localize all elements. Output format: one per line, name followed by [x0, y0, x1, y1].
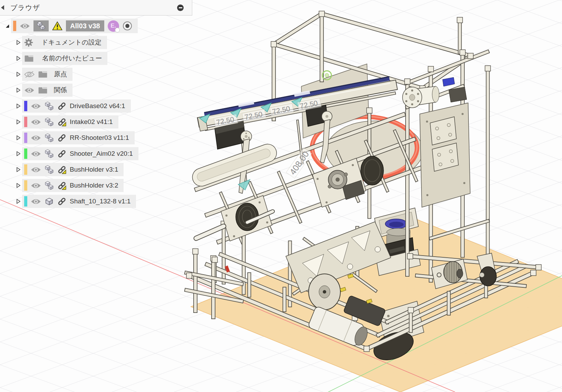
expander-icon[interactable]	[14, 68, 22, 81]
expander-icon[interactable]	[14, 52, 22, 65]
component-color-bar	[24, 101, 27, 111]
link-icon	[57, 102, 66, 111]
component-icon	[45, 133, 54, 143]
browser-tree: All03 v38 E. ドキュメントの設定 名前の付いたビュー 原点	[3, 19, 138, 208]
visibility-eye-icon[interactable]	[31, 103, 41, 110]
body-icon	[45, 197, 54, 206]
folder-icon	[38, 70, 48, 78]
tree-row-component[interactable]: BushHolder v3:2	[14, 179, 138, 192]
row-label[interactable]: BushHolder v3:2	[70, 182, 118, 189]
folder-icon	[24, 55, 34, 62]
expander-icon[interactable]	[14, 195, 22, 208]
component-icon-selected[interactable]	[33, 20, 49, 31]
row-label[interactable]: 関係	[54, 86, 67, 95]
expander-icon[interactable]	[14, 36, 22, 49]
link-icon	[57, 133, 66, 142]
tree-row-root[interactable]: All03 v38 E.	[3, 19, 138, 33]
expander-icon[interactable]	[14, 84, 22, 97]
expander-icon[interactable]	[14, 131, 22, 144]
root-document-label[interactable]: All03 v38	[66, 20, 104, 31]
panel-title: ブラウザ	[10, 3, 40, 12]
row-label[interactable]: RR-Shooter03 v11:1	[70, 134, 129, 142]
minimize-icon[interactable]	[177, 4, 184, 11]
link-icon	[57, 149, 66, 158]
component-icon	[45, 102, 54, 111]
expander-icon[interactable]	[14, 147, 22, 160]
visibility-eye-icon[interactable]	[24, 87, 35, 94]
row-label[interactable]: Intake02 v41:1	[70, 118, 113, 126]
expander-icon[interactable]	[14, 179, 22, 192]
component-color-bar	[24, 196, 27, 207]
tree-row-document-settings[interactable]: ドキュメントの設定	[14, 36, 138, 49]
component-color-bar	[24, 133, 27, 143]
motor-mount-wedge	[449, 87, 467, 102]
panel-collapse-icon[interactable]	[1, 5, 4, 10]
link-icon	[57, 197, 66, 206]
row-label[interactable]: BushHolder v3:1	[70, 166, 118, 173]
tree-row-component[interactable]: DriveBase02 v64:1	[14, 99, 138, 113]
expander-icon[interactable]	[14, 115, 22, 128]
tree-row-origin[interactable]: 原点	[14, 68, 138, 81]
warning-icon	[52, 21, 62, 30]
component-icon	[45, 117, 54, 127]
component-icon	[45, 181, 54, 190]
row-label[interactable]: Shooter_Aim02 v20:1	[70, 150, 133, 157]
link-warning-icon	[57, 117, 66, 126]
root-color-bar	[13, 21, 16, 31]
tree-row-component[interactable]: BushHolder v3:1	[14, 163, 138, 176]
expander-icon[interactable]	[14, 99, 22, 113]
gear-icon	[24, 38, 33, 47]
visibility-eye-icon[interactable]	[31, 118, 41, 126]
row-label[interactable]: 原点	[54, 70, 67, 79]
visibility-eye-icon[interactable]	[31, 182, 41, 189]
tree-row-component[interactable]: Intake02 v41:1	[14, 115, 138, 128]
link-warning-icon	[57, 181, 66, 190]
expander-icon[interactable]	[14, 163, 22, 176]
visibility-eye-off-icon[interactable]	[24, 71, 35, 78]
activate-radio-icon[interactable]	[123, 21, 132, 31]
component-color-bar	[24, 149, 27, 159]
component-color-bar	[24, 180, 27, 191]
browser-panel-header: ブラウザ	[0, 0, 192, 16]
tree-row-component[interactable]: Shooter_Aim02 v20:1	[14, 147, 138, 160]
component-color-bar	[24, 117, 27, 127]
tree-row-relations[interactable]: 関係	[14, 84, 138, 97]
row-label[interactable]: DriveBase02 v64:1	[70, 102, 125, 110]
expander-open-icon[interactable]	[3, 19, 11, 32]
row-label[interactable]: ドキュメントの設定	[41, 38, 101, 47]
tree-row-component[interactable]: RR-Shooter03 v11:1	[14, 131, 138, 144]
tree-row-body[interactable]: Shaft_10_132-8 v1:1	[14, 195, 138, 208]
visibility-eye-icon[interactable]	[31, 198, 41, 205]
tree-row-named-views[interactable]: 名前の付いたビュー	[14, 52, 138, 65]
row-label[interactable]: Shaft_10_132-8 v1:1	[70, 198, 130, 205]
component-color-bar	[24, 164, 27, 175]
component-icon	[45, 165, 54, 174]
visibility-eye-icon[interactable]	[31, 150, 41, 157]
collaborator-avatar: E.	[108, 20, 119, 32]
component-icon	[45, 149, 54, 159]
visibility-eye-icon[interactable]	[31, 134, 41, 142]
link-warning-icon	[57, 165, 66, 174]
visibility-eye-icon[interactable]	[20, 22, 30, 30]
visibility-eye-icon[interactable]	[31, 166, 41, 173]
row-label[interactable]: 名前の付いたビュー	[42, 54, 102, 63]
folder-icon	[38, 86, 48, 94]
